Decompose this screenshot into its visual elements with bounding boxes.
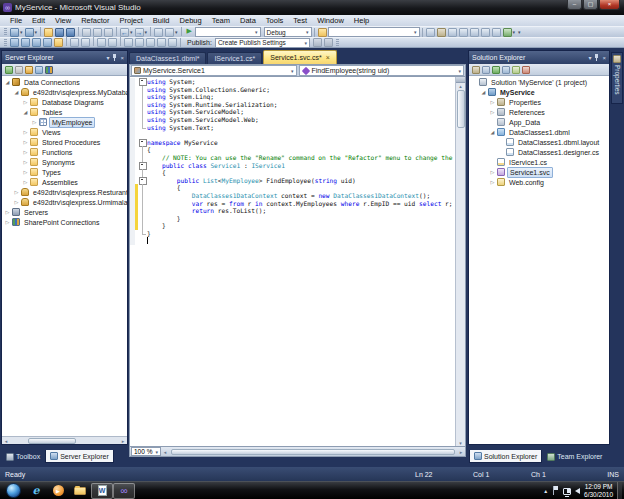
nest-related-files-button[interactable]: [501, 64, 511, 75]
title-bar[interactable]: ∞ MyService - Microsoft Visual Studio – …: [0, 0, 624, 15]
tree-item[interactable]: ◢Data Connections: [2, 77, 127, 87]
refresh-button[interactable]: [491, 64, 501, 75]
find-in-files-button[interactable]: [317, 27, 328, 38]
paste-button[interactable]: [103, 27, 114, 38]
tree-item[interactable]: ◢MyService: [469, 87, 609, 97]
menu-build[interactable]: Build: [148, 15, 175, 26]
menu-test[interactable]: Test: [288, 15, 312, 26]
save-all-button[interactable]: [65, 27, 76, 38]
tree-item[interactable]: ▷Web.config: [469, 177, 609, 187]
tab-properties[interactable]: Properties: [611, 52, 623, 104]
tree-item[interactable]: ▷Synonyms: [2, 157, 127, 167]
toolbar-overflow-icon[interactable]: ▾: [518, 29, 521, 35]
tree-item[interactable]: ◢e492dtrv\sqlexpress.MyDatabase.d: [2, 87, 127, 97]
expander-icon[interactable]: ▷: [489, 109, 496, 115]
close-tab-icon[interactable]: ×: [326, 54, 330, 61]
clear-bookmarks-button[interactable]: [167, 37, 178, 48]
tab-dataclasses1-dbml[interactable]: DataClasses1.dbml*: [129, 52, 206, 64]
close-panel-icon[interactable]: ×: [120, 55, 124, 61]
properties-window-button[interactable]: [436, 27, 447, 38]
show-all-files-button[interactable]: [481, 64, 491, 75]
previous-bookmark-button[interactable]: [123, 37, 134, 48]
sharepoint-connection-button[interactable]: [44, 64, 54, 75]
tree-item[interactable]: ▷Properties: [469, 97, 609, 107]
menu-data[interactable]: Data: [235, 15, 261, 26]
tree-item[interactable]: ◢DataClasses1.dbml: [469, 127, 609, 137]
connect-database-button[interactable]: [24, 64, 34, 75]
tree-item[interactable]: DataClasses1.dbml.layout: [469, 137, 609, 147]
solution-configurations-combo[interactable]: Debug▾: [264, 27, 312, 37]
tab-solution-explorer[interactable]: Solution Explorer: [469, 450, 542, 463]
collapse-toggle-icon[interactable]: [138, 139, 147, 147]
word-completion-button[interactable]: [42, 37, 53, 48]
expander-icon[interactable]: ▷: [13, 189, 20, 195]
window-position-icon[interactable]: ▾: [588, 54, 591, 61]
save-button[interactable]: [54, 27, 65, 38]
expander-icon[interactable]: ▷: [22, 139, 29, 145]
menu-refactor[interactable]: Refactor: [76, 15, 114, 26]
scroll-down-icon[interactable]: ▾: [459, 440, 462, 446]
expander-icon[interactable]: ▷: [31, 119, 38, 125]
menu-help[interactable]: Help: [349, 15, 374, 26]
expander-icon[interactable]: ▷: [489, 169, 496, 175]
expander-icon[interactable]: ▷: [4, 219, 11, 225]
tree-item[interactable]: ▷Functions: [2, 147, 127, 157]
tree-item[interactable]: ▷e492dtrv\sqlexpress.Resturant.dbo: [2, 187, 127, 197]
menu-file[interactable]: File: [5, 15, 27, 26]
menu-window[interactable]: Window: [312, 15, 349, 26]
refresh-button[interactable]: [4, 64, 14, 75]
expander-icon[interactable]: ◢: [489, 129, 496, 135]
extension-manager-button[interactable]: ▾: [502, 27, 517, 38]
tree-item[interactable]: ▷SharePoint Connections: [2, 217, 127, 227]
add-item-button[interactable]: ▾: [24, 27, 39, 38]
solution-explorer-titlebar[interactable]: Solution Explorer ▾ ×: [469, 51, 609, 64]
taskbar-word[interactable]: W: [91, 483, 113, 499]
tree-item[interactable]: IService1.cs: [469, 157, 609, 167]
publish-profile-combo[interactable]: Create Publish Settings▾: [215, 38, 310, 48]
expander-icon[interactable]: ▷: [22, 179, 29, 185]
tree-item[interactable]: ▷Service1.svc: [469, 167, 609, 177]
expander-icon[interactable]: ▷: [22, 149, 29, 155]
properties-window-button[interactable]: [471, 64, 481, 75]
copy-button[interactable]: [92, 27, 103, 38]
expander-icon[interactable]: ◢: [480, 89, 487, 95]
tab-iservice1-cs[interactable]: IService1.cs*: [207, 52, 262, 64]
find-combo[interactable]: ▾: [195, 27, 261, 37]
start-page-button[interactable]: [491, 27, 502, 38]
collapse-toggle-icon[interactable]: [138, 177, 147, 185]
tray-clock[interactable]: 12:09 PM 6/30/2010: [584, 483, 613, 499]
expander-icon[interactable]: ▷: [13, 199, 20, 205]
redo-button[interactable]: ▾: [134, 27, 149, 38]
taskbar-media-player[interactable]: ▶: [47, 483, 69, 499]
auto-hide-pin-icon[interactable]: [594, 54, 599, 61]
search-combo[interactable]: ▾: [328, 27, 420, 37]
taskbar-internet-explorer[interactable]: e: [25, 483, 47, 499]
toolbox-button[interactable]: [458, 27, 469, 38]
cut-button[interactable]: [81, 27, 92, 38]
tab-team-explorer[interactable]: Team Explorer: [543, 450, 606, 463]
speaker-icon[interactable]: [575, 488, 580, 494]
open-file-button[interactable]: [43, 27, 54, 38]
horizontal-scrollbar[interactable]: ◂ ▸: [2, 436, 127, 444]
show-hidden-icons-icon[interactable]: ▲: [543, 488, 548, 494]
menu-tools[interactable]: Tools: [261, 15, 289, 26]
new-project-button[interactable]: ▾: [9, 27, 24, 38]
window-position-icon[interactable]: ▾: [106, 54, 109, 61]
taskbar-file-explorer[interactable]: [69, 483, 91, 499]
show-desktop-button[interactable]: [617, 482, 622, 499]
taskbar-visual-studio[interactable]: ∞: [113, 483, 135, 499]
scrollbar-thumb[interactable]: [457, 90, 465, 128]
server-explorer-titlebar[interactable]: Server Explorer ▾ ×: [2, 51, 127, 64]
tree-item[interactable]: ▷Types: [2, 167, 127, 177]
zoom-dropdown[interactable]: 100 %▾: [131, 447, 161, 456]
decrease-indent-button[interactable]: [69, 37, 80, 48]
members-dropdown[interactable]: FindEmployee(string uid)▾: [299, 65, 465, 76]
prev-bookmark-folder-button[interactable]: [145, 37, 156, 48]
expander-icon[interactable]: ▷: [22, 159, 29, 165]
solution-explorer-button[interactable]: [425, 27, 436, 38]
close-button[interactable]: ×: [599, 0, 620, 10]
menu-project[interactable]: Project: [115, 15, 148, 26]
code-editor[interactable]: using System;using System.Collections.Ge…: [130, 77, 455, 446]
tree-item[interactable]: ▷MyEmployee: [2, 117, 127, 127]
menu-team[interactable]: Team: [207, 15, 235, 26]
